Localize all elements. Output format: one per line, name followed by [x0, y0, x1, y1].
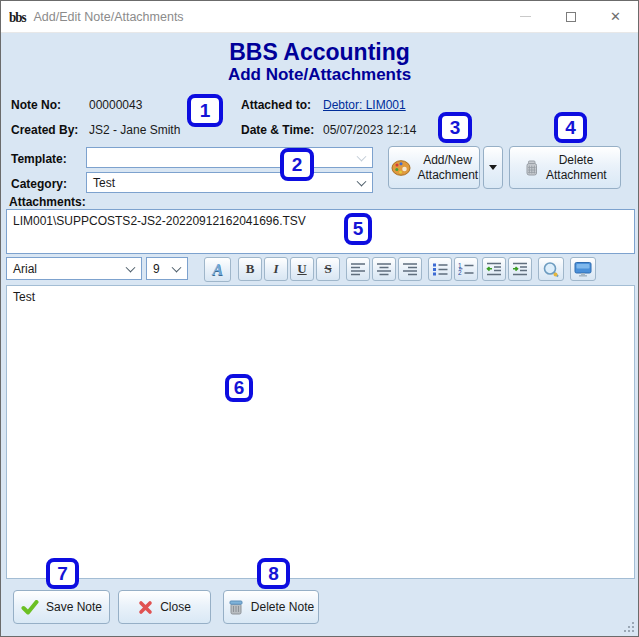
add-new-attachment-label: Add/New Attachment	[418, 153, 478, 183]
underline-icon: U	[297, 261, 306, 277]
annotation-box-7: 7	[46, 558, 79, 589]
font-name-value: Arial	[13, 262, 37, 276]
bold-icon: B	[246, 261, 255, 277]
svg-text:2: 2	[458, 269, 462, 276]
note-no-value: 00000043	[89, 98, 142, 112]
align-left-icon	[350, 262, 366, 276]
indent-icon	[512, 262, 528, 276]
italic-button[interactable]: I	[264, 257, 288, 281]
numbered-list-button[interactable]: 12	[454, 257, 478, 281]
outdent-icon	[486, 262, 502, 276]
annotation-box-5: 5	[344, 213, 372, 245]
magnifier-icon	[542, 261, 560, 278]
close-dialog-label: Close	[160, 600, 191, 614]
delete-note-button[interactable]: Delete Note	[223, 590, 319, 624]
underline-button[interactable]: U	[290, 257, 314, 281]
palette-icon	[391, 160, 411, 176]
page-title: BBS Accounting	[1, 39, 638, 66]
align-right-icon	[402, 262, 418, 276]
created-by-label: Created By:	[11, 123, 78, 137]
template-dropdown[interactable]	[86, 147, 373, 168]
dropdown-arrow-icon	[489, 165, 497, 170]
delete-note-label: Delete Note	[251, 600, 314, 614]
category-value: Test	[93, 176, 115, 190]
category-label: Category:	[11, 177, 67, 191]
bold-button[interactable]: B	[238, 257, 262, 281]
annotation-box-1: 1	[187, 94, 223, 127]
template-label: Template:	[11, 152, 67, 166]
font-size-dropdown[interactable]: 9	[146, 257, 188, 280]
font-color-icon: A	[212, 261, 223, 279]
attachment-list-item[interactable]: LIM001\SUPPCOSTS2-JS2-20220912162041696.…	[7, 210, 634, 232]
annotation-box-8: 8	[257, 558, 290, 589]
trash-icon	[524, 159, 539, 177]
align-left-button[interactable]	[346, 257, 370, 281]
note-text-content: Test	[7, 286, 634, 308]
annotation-box-2: 2	[280, 148, 314, 181]
close-dialog-button[interactable]: Close	[118, 590, 211, 624]
annotation-box-4: 4	[554, 112, 587, 143]
page-subtitle: Add Note/Attachments	[1, 65, 638, 85]
zoom-button[interactable]	[538, 257, 564, 281]
outdent-button[interactable]	[482, 257, 506, 281]
bullet-list-icon	[432, 262, 448, 276]
attached-to-link[interactable]: Debtor: LIM001	[323, 98, 406, 112]
strikethrough-button[interactable]: S	[316, 257, 340, 281]
close-button[interactable]: ✕	[593, 1, 638, 32]
strikethrough-icon: S	[324, 261, 331, 277]
chevron-down-icon	[357, 176, 367, 186]
delete-note-icon	[228, 599, 244, 615]
preview-monitor-button[interactable]	[570, 257, 596, 281]
align-center-button[interactable]	[372, 257, 396, 281]
indent-button[interactable]	[508, 257, 532, 281]
attachments-list[interactable]: LIM001\SUPPCOSTS2-JS2-20220912162041696.…	[6, 209, 635, 254]
annotation-box-3: 3	[438, 112, 472, 143]
font-color-button[interactable]: A	[204, 257, 231, 282]
font-name-dropdown[interactable]: Arial	[6, 257, 142, 280]
note-no-label: Note No:	[11, 98, 61, 112]
attached-to-label: Attached to:	[241, 98, 311, 112]
add-attachment-dropdown-button[interactable]	[483, 146, 503, 189]
bullet-list-button[interactable]	[428, 257, 452, 281]
add-new-attachment-button[interactable]: Add/New Attachment	[388, 146, 480, 189]
datetime-label: Date & Time:	[241, 123, 314, 137]
check-icon	[21, 600, 39, 615]
align-right-button[interactable]	[398, 257, 422, 281]
window-controls: ✕	[503, 1, 638, 32]
maximize-icon	[566, 12, 576, 22]
save-note-label: Save Note	[46, 600, 102, 614]
svg-text:1: 1	[458, 262, 462, 269]
chevron-down-icon	[172, 262, 182, 272]
chevron-down-icon	[126, 262, 136, 272]
app-logo-icon: bbs	[9, 7, 26, 25]
resize-grip[interactable]	[624, 622, 634, 632]
note-text-editor[interactable]: Test	[6, 285, 635, 579]
category-dropdown[interactable]: Test	[86, 172, 373, 193]
numbered-list-icon: 12	[458, 262, 474, 276]
align-center-icon	[376, 262, 392, 276]
delete-attachment-label: Delete Attachment	[546, 153, 606, 183]
close-icon: ✕	[610, 10, 621, 23]
italic-icon: I	[273, 261, 278, 277]
red-x-icon	[138, 600, 153, 615]
window-title: Add/Edit Note/Attachments	[34, 10, 184, 24]
minimize-icon	[520, 16, 531, 17]
minimize-button[interactable]	[503, 1, 548, 32]
save-note-button[interactable]: Save Note	[13, 590, 110, 624]
font-size-value: 9	[153, 262, 160, 276]
datetime-value: 05/07/2023 12:14	[323, 123, 416, 137]
delete-attachment-button[interactable]: Delete Attachment	[509, 146, 621, 189]
monitor-icon	[573, 261, 593, 278]
attachments-label: Attachments:	[9, 195, 86, 209]
created-by-value: JS2 - Jane Smith	[89, 123, 180, 137]
annotation-box-6: 6	[225, 374, 253, 402]
maximize-button[interactable]	[548, 1, 593, 32]
chevron-down-icon	[357, 151, 367, 161]
add-edit-note-dialog: bbs Add/Edit Note/Attachments ✕ BBS Acco…	[0, 0, 639, 637]
